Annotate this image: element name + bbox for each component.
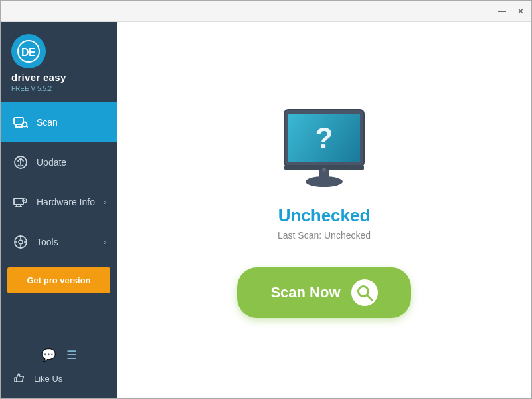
svg-line-8 [27, 126, 29, 128]
svg-rect-24 [15, 378, 17, 382]
main-content: D E driver easy FREE V 5.5.2 [1, 22, 531, 398]
app-logo-icon: D E [11, 34, 46, 68]
sidebar-item-scan[interactable]: Scan [1, 102, 117, 142]
svg-text:?: ? [315, 122, 333, 154]
status-title: Unchecked [278, 205, 371, 226]
last-scan-text: Last Scan: Unchecked [278, 230, 371, 241]
tools-chevron-icon: › [104, 238, 106, 246]
app-version: FREE V 5.5.2 [11, 85, 52, 92]
right-panel: ? Unchecked Last Scan: Unchecked Scan No… [117, 22, 531, 398]
scan-now-button[interactable]: Scan Now [237, 267, 410, 318]
tools-icon [11, 233, 30, 251]
svg-point-30 [306, 176, 343, 187]
close-button[interactable]: ✕ [515, 6, 526, 17]
sidebar-item-update[interactable]: Update [1, 142, 117, 182]
scan-search-icon [351, 279, 378, 306]
title-bar: — ✕ [1, 1, 531, 22]
svg-point-32 [322, 168, 326, 172]
app-name: driver easy [11, 72, 66, 84]
sidebar-item-hardware-info[interactable]: Hardware Info › [1, 182, 117, 222]
sidebar-update-label: Update [37, 157, 106, 168]
minimize-button[interactable]: — [497, 6, 507, 17]
sidebar-bottom-icons: 💬 ☰ [1, 342, 117, 365]
svg-text:D: D [21, 47, 29, 58]
sidebar-bottom: 💬 ☰ Like Us [1, 336, 117, 398]
svg-line-34 [367, 295, 372, 300]
svg-rect-11 [14, 198, 23, 205]
scan-icon [11, 113, 30, 132]
sidebar-item-tools[interactable]: Tools › [1, 222, 117, 262]
sidebar-logo: D E driver easy FREE V 5.5.2 [1, 22, 117, 102]
list-icon[interactable]: ☰ [66, 348, 77, 362]
thumbs-up-icon [11, 370, 27, 386]
title-bar-controls: — ✕ [497, 6, 526, 17]
sidebar: D E driver easy FREE V 5.5.2 [1, 22, 117, 398]
chat-icon[interactable]: 💬 [41, 348, 56, 362]
monitor-illustration: ? [271, 103, 377, 190]
like-us-label: Like Us [34, 374, 62, 384]
sidebar-tools-label: Tools [37, 237, 104, 247]
svg-point-19 [19, 240, 23, 244]
sidebar-hardware-info-label: Hardware Info [37, 197, 104, 207]
app-window: — ✕ D E driver easy FREE V 5.5.2 [0, 0, 532, 399]
svg-text:E: E [29, 47, 36, 58]
like-us-item[interactable]: Like Us [1, 365, 117, 392]
update-icon [11, 153, 30, 172]
scan-now-label: Scan Now [270, 284, 340, 301]
hardware-info-icon [11, 193, 30, 211]
sidebar-scan-label: Scan [37, 117, 106, 128]
get-pro-button[interactable]: Get pro version [7, 267, 110, 293]
hardware-info-chevron-icon: › [104, 198, 106, 206]
